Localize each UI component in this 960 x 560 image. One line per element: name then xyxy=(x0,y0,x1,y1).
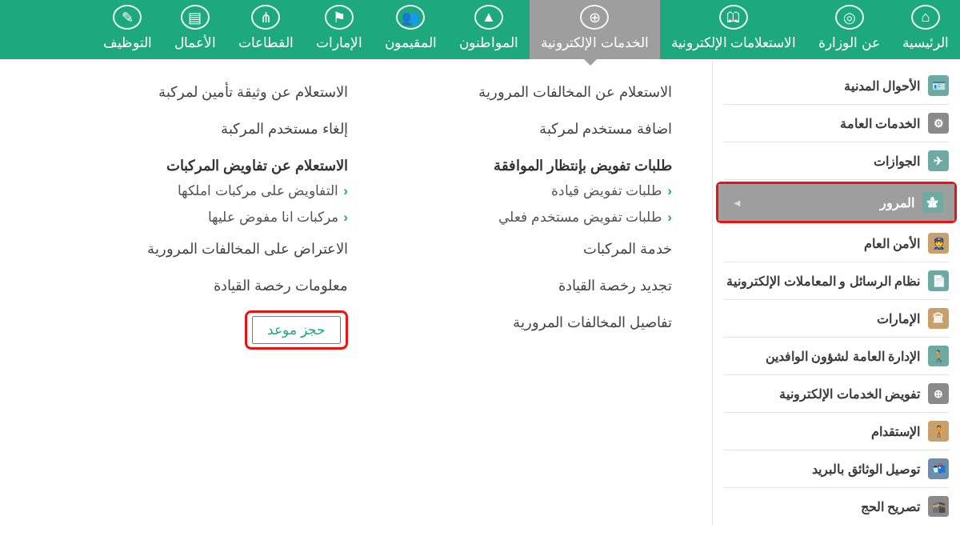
sidebar-item-6[interactable]: 🏛الإمارات xyxy=(713,300,960,337)
nav-icon: ▤ xyxy=(181,5,210,30)
nav-label: الإمارات xyxy=(316,34,362,51)
sidebar-item-0[interactable]: 🪪الأحوال المدنية xyxy=(713,67,960,104)
divider xyxy=(724,179,949,180)
nav-label: التوظيف xyxy=(103,34,152,51)
nav-item-7[interactable]: ⋔القطاعات xyxy=(227,0,305,59)
sidebar-item-10[interactable]: 📬توصيل الوثائق بالبريد xyxy=(713,450,960,487)
nav-item-5[interactable]: 👥المقيمون xyxy=(374,0,448,59)
sidebar-icon: 🕋 xyxy=(928,496,949,517)
sidebar-label: الأمن العام xyxy=(864,236,920,251)
services-column-1: الاستعلام عن المخالفات المروريةاضافة مست… xyxy=(372,74,696,525)
nav-icon: ✎ xyxy=(113,5,142,30)
service-link[interactable]: معلومات رخصة القيادة xyxy=(72,267,348,304)
nav-icon: 🕮 xyxy=(719,5,748,30)
service-link[interactable]: الاستعلام عن وثيقة تأمين لمركبة xyxy=(72,74,348,110)
sidebar-item-3[interactable]: 🛣المرور◂ xyxy=(718,184,954,221)
content-area: الاستعلام عن المخالفات المروريةاضافة مست… xyxy=(0,59,712,525)
nav-label: المواطنون xyxy=(459,34,518,51)
nav-icon: ⚑ xyxy=(325,5,354,30)
nav-icon: ⌂ xyxy=(911,5,940,30)
sidebar: 🪪الأحوال المدنية⚙الخدمات العامة✈الجوازات… xyxy=(712,59,960,525)
book-appointment-button[interactable]: حجز موعد xyxy=(252,316,341,344)
sidebar-icon: 🧍 xyxy=(928,421,949,442)
nav-icon: 👥 xyxy=(396,5,425,30)
sidebar-label: الخدمات العامة xyxy=(840,116,920,131)
service-link[interactable]: اضافة مستخدم لمركبة xyxy=(396,110,672,147)
sidebar-label: تفويض الخدمات الإلكترونية xyxy=(779,386,920,402)
sidebar-item-5[interactable]: 📄نظام الرسائل و المعاملات الإلكترونية xyxy=(713,262,960,299)
service-link[interactable]: الاعتراض على المخالفات المرورية xyxy=(72,230,348,267)
nav-icon: ▲ xyxy=(474,5,503,30)
sidebar-icon: 🛣 xyxy=(922,192,943,213)
nav-item-0[interactable]: ⌂الرئيسية xyxy=(891,0,960,59)
service-link[interactable]: تفاصيل المخالفات المرورية xyxy=(396,304,672,341)
service-group-header: طلبات تفويض بإنتظار الموافقة xyxy=(396,147,672,178)
nav-icon: ⊕ xyxy=(580,5,609,30)
sidebar-label: نظام الرسائل و المعاملات الإلكترونية xyxy=(726,274,920,289)
nav-label: الرئيسية xyxy=(902,34,949,51)
nav-label: القطاعات xyxy=(238,34,294,51)
nav-label: الاستعلامات الإلكترونية xyxy=(671,34,797,51)
nav-item-4[interactable]: ▲المواطنون xyxy=(448,0,530,59)
nav-icon: ⋔ xyxy=(251,5,280,30)
service-sublink[interactable]: طلبات تفويض مستخدم فعلي xyxy=(396,204,672,230)
nav-label: عن الوزارة xyxy=(818,34,880,51)
service-link[interactable]: خدمة المركبات xyxy=(396,230,672,267)
sidebar-item-2[interactable]: ✈الجوازات xyxy=(713,142,960,179)
sidebar-icon: 🏛 xyxy=(928,308,949,329)
sidebar-label: الإمارات xyxy=(877,311,920,326)
services-column-2: الاستعلام عن وثيقة تأمين لمركبةإلغاء مست… xyxy=(48,74,372,525)
nav-label: الأعمال xyxy=(174,34,216,51)
nav-item-9[interactable]: ✎التوظيف xyxy=(92,0,163,59)
service-link[interactable]: الاستعلام عن المخالفات المرورية xyxy=(396,74,672,110)
sidebar-label: تصريح الحج xyxy=(861,499,920,514)
nav-item-1[interactable]: ◎عن الوزارة xyxy=(807,0,891,59)
sidebar-item-9[interactable]: 🧍الإستقدام xyxy=(713,413,960,450)
nav-label: الخدمات الإلكترونية xyxy=(541,34,649,51)
service-sublink[interactable]: مركبات انا مفوض عليها xyxy=(72,204,348,230)
sidebar-item-8[interactable]: ⊕تفويض الخدمات الإلكترونية xyxy=(713,375,960,412)
nav-item-2[interactable]: 🕮الاستعلامات الإلكترونية xyxy=(660,0,808,59)
service-link[interactable]: إلغاء مستخدم المركبة xyxy=(72,110,348,147)
service-sublink[interactable]: طلبات تفويض قيادة xyxy=(396,178,672,204)
chevron-left-icon: ◂ xyxy=(734,196,740,209)
sidebar-item-4[interactable]: 👮الأمن العام xyxy=(713,225,960,262)
sidebar-label: الإدارة العامة لشؤون الوافدين xyxy=(766,349,920,364)
top-nav: ⌂الرئيسية◎عن الوزارة🕮الاستعلامات الإلكتر… xyxy=(0,0,960,59)
sidebar-icon: ⚙ xyxy=(928,113,949,134)
sidebar-icon: ⊕ xyxy=(928,383,949,404)
sidebar-label: توصيل الوثائق بالبريد xyxy=(812,462,920,477)
sidebar-item-7[interactable]: 🚶الإدارة العامة لشؤون الوافدين xyxy=(713,338,960,374)
sidebar-icon: 📬 xyxy=(928,458,949,479)
sidebar-icon: 👮 xyxy=(928,233,949,254)
sidebar-label: الأحوال المدنية xyxy=(844,78,920,94)
service-link[interactable]: تجديد رخصة القيادة xyxy=(396,267,672,304)
highlight-selected-sidebar: 🛣المرور◂ xyxy=(716,182,957,223)
nav-item-3[interactable]: ⊕الخدمات الإلكترونية xyxy=(530,0,660,59)
sidebar-label: الإستقدام xyxy=(871,424,920,439)
nav-item-6[interactable]: ⚑الإمارات xyxy=(305,0,374,59)
nav-label: المقيمون xyxy=(385,34,437,51)
sidebar-icon: 📄 xyxy=(928,270,949,291)
service-group-header: الاستعلام عن تفاويض المركبات xyxy=(72,147,348,178)
sidebar-label: المرور xyxy=(880,195,914,210)
sidebar-icon: 🚶 xyxy=(928,346,949,366)
service-sublink[interactable]: التفاويض على مركبات املكها xyxy=(72,178,348,204)
nav-item-8[interactable]: ▤الأعمال xyxy=(163,0,227,59)
highlight-book-button: حجز موعد xyxy=(245,310,348,350)
sidebar-label: الجوازات xyxy=(874,154,920,169)
sidebar-item-11[interactable]: 🕋تصريح الحج xyxy=(713,488,960,525)
nav-icon: ◎ xyxy=(835,5,864,30)
sidebar-icon: ✈ xyxy=(928,150,949,171)
sidebar-icon: 🪪 xyxy=(928,75,949,96)
sidebar-item-1[interactable]: ⚙الخدمات العامة xyxy=(713,105,960,142)
